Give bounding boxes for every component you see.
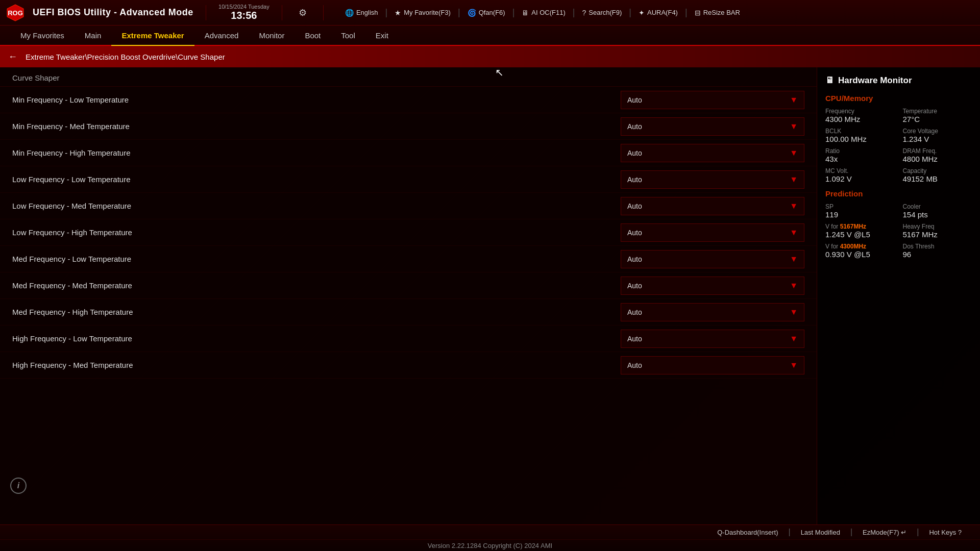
settings-gear-icon[interactable]: ⚙	[295, 5, 311, 20]
footer-btn-last- modified[interactable]: Last Modified	[795, 529, 846, 536]
dropdown-9[interactable]: Auto ▼	[621, 330, 804, 348]
prediction-item-4: V for 4300MHz 0.930 V @L5	[825, 243, 895, 259]
dropdown-4[interactable]: Auto ▼	[621, 197, 804, 215]
dropdown-value-3: Auto	[627, 176, 642, 184]
prediction-value-3: 5167 MHz	[903, 230, 972, 239]
info-icon[interactable]: i	[10, 478, 27, 494]
dropdown-value-9: Auto	[627, 335, 642, 343]
prediction-value-5: 96	[903, 250, 972, 259]
monitor-label: BCLK	[825, 128, 895, 135]
header-tool-6[interactable]: ⊟ReSize BAR	[690, 7, 745, 19]
time-display: 13:56	[231, 10, 257, 21]
navbar: My FavoritesMainExtreme TweakerAdvancedM…	[0, 26, 980, 46]
setting-label-2: Min Frequency - High Temperature	[12, 148, 621, 157]
setting-control-7[interactable]: Auto ▼	[621, 277, 804, 295]
nav-item-exit[interactable]: Exit	[365, 26, 399, 46]
dropdown-5[interactable]: Auto ▼	[621, 223, 804, 242]
setting-control-3[interactable]: Auto ▼	[621, 170, 804, 189]
monitor-label: Frequency	[825, 108, 895, 115]
header-tool-4[interactable]: ?Search(F9)	[577, 7, 627, 19]
setting-control-10[interactable]: Auto ▼	[621, 356, 804, 374]
setting-control-1[interactable]: Auto ▼	[621, 117, 804, 136]
dropdown-0[interactable]: Auto ▼	[621, 91, 804, 109]
setting-row[interactable]: Low Frequency - Med Temperature Auto ▼	[0, 193, 817, 219]
tool-separator: |	[458, 7, 460, 18]
nav-item-boot[interactable]: Boot	[295, 26, 331, 46]
dropdown-value-8: Auto	[627, 308, 642, 316]
setting-label-0: Min Frequency - Low Temperature	[12, 95, 621, 104]
nav-item-tool[interactable]: Tool	[331, 26, 365, 46]
nav-item-monitor[interactable]: Monitor	[249, 26, 295, 46]
dropdown-7[interactable]: Auto ▼	[621, 277, 804, 295]
setting-row[interactable]: Min Frequency - Med Temperature Auto ▼	[0, 113, 817, 140]
monitor-label: DRAM Freq.	[903, 147, 972, 155]
header-tool-1[interactable]: ★My Favorite(F3)	[389, 7, 456, 19]
dropdown-2[interactable]: Auto ▼	[621, 144, 804, 162]
footer-separator: |	[917, 528, 919, 537]
setting-label-9: High Frequency - Low Temperature	[12, 334, 621, 343]
dropdown-10[interactable]: Auto ▼	[621, 356, 804, 374]
setting-row[interactable]: Low Frequency - Low Temperature Auto ▼	[0, 166, 817, 193]
setting-row[interactable]: Min Frequency - Low Temperature Auto ▼	[0, 87, 817, 113]
back-button[interactable]: ←	[8, 52, 17, 62]
setting-row[interactable]: Med Frequency - Med Temperature Auto ▼	[0, 272, 817, 299]
setting-control-8[interactable]: Auto ▼	[621, 303, 804, 321]
dropdown-value-7: Auto	[627, 282, 642, 290]
setting-row[interactable]: High Frequency - Low Temperature Auto ▼	[0, 325, 817, 352]
dropdown-value-4: Auto	[627, 202, 642, 210]
cpu-monitor-item-3: Core Voltage 1.234 V	[903, 128, 972, 143]
prediction-section-title: Prediction	[825, 189, 972, 198]
footer-btn-ezmode(f7)[interactable]: EzMode(F7) ↵	[856, 529, 913, 536]
setting-control-5[interactable]: Auto ▼	[621, 223, 804, 242]
setting-row[interactable]: Med Frequency - High Temperature Auto ▼	[0, 299, 817, 325]
setting-control-9[interactable]: Auto ▼	[621, 330, 804, 348]
settings-list: Min Frequency - Low Temperature Auto ▼ M…	[0, 87, 817, 524]
tool-icon-1: ★	[395, 9, 401, 17]
cpu-monitor-item-0: Frequency 4300 MHz	[825, 108, 895, 123]
footer-btn-hot- keys[interactable]: Hot Keys ?	[923, 529, 968, 536]
prediction-label-1: Cooler	[903, 203, 972, 210]
prediction-label-2: V for 5167MHz	[825, 223, 895, 230]
setting-control-6[interactable]: Auto ▼	[621, 250, 804, 268]
dropdown-arrow-3: ▼	[790, 175, 798, 184]
header-tool-5[interactable]: ✦AURA(F4)	[633, 7, 683, 19]
dropdown-8[interactable]: Auto ▼	[621, 303, 804, 321]
dropdown-3[interactable]: Auto ▼	[621, 170, 804, 189]
nav-item-extreme-tweaker[interactable]: Extreme Tweaker	[111, 26, 194, 46]
setting-label-4: Low Frequency - Med Temperature	[12, 202, 621, 210]
cpu-monitor-item-5: DRAM Freq. 4800 MHz	[903, 147, 972, 163]
setting-control-2[interactable]: Auto ▼	[621, 144, 804, 162]
section-title: Curve Shaper	[0, 67, 817, 87]
setting-row[interactable]: Low Frequency - High Temperature Auto ▼	[0, 219, 817, 246]
dropdown-6[interactable]: Auto ▼	[621, 250, 804, 268]
setting-control-4[interactable]: Auto ▼	[621, 197, 804, 215]
setting-label-3: Low Frequency - Low Temperature	[12, 175, 621, 184]
setting-row[interactable]: High Frequency - Med Temperature Auto ▼	[0, 352, 817, 379]
tool-separator: |	[629, 7, 631, 18]
prediction-label-4: V for 4300MHz	[825, 243, 895, 250]
header-tool-0[interactable]: 🌐English	[340, 7, 383, 19]
setting-row[interactable]: Med Frequency - Low Temperature Auto ▼	[0, 246, 817, 272]
header-tool-3[interactable]: 🖥AI OC(F11)	[517, 7, 570, 19]
header-tool-2[interactable]: 🌀Qfan(F6)	[462, 7, 510, 19]
footer: Q-Dashboard(Insert)|Last Modified|EzMode…	[0, 524, 980, 551]
tool-separator: |	[385, 7, 388, 18]
setting-row[interactable]: Min Frequency - High Temperature Auto ▼	[0, 140, 817, 166]
prediction-label-3: Heavy Freq	[903, 223, 972, 230]
footer-btn-q-dashboard(insert)[interactable]: Q-Dashboard(Insert)	[711, 529, 784, 536]
hardware-monitor-panel: 🖥 Hardware Monitor CPU/Memory Frequency …	[817, 67, 980, 524]
tool-separator: |	[573, 7, 575, 18]
main-layout: Curve Shaper Min Frequency - Low Tempera…	[0, 67, 980, 524]
setting-control-0[interactable]: Auto ▼	[621, 91, 804, 109]
prediction-item-0: SP 119	[825, 203, 895, 219]
setting-label-6: Med Frequency - Low Temperature	[12, 255, 621, 263]
dropdown-arrow-9: ▼	[790, 334, 798, 343]
dropdown-1[interactable]: Auto ▼	[621, 117, 804, 136]
setting-label-1: Min Frequency - Med Temperature	[12, 122, 621, 131]
nav-item-my-favorites[interactable]: My Favorites	[10, 26, 75, 46]
monitor-value: 1.092 V	[825, 174, 895, 183]
nav-item-main[interactable]: Main	[75, 26, 112, 46]
dropdown-value-2: Auto	[627, 149, 642, 157]
nav-item-advanced[interactable]: Advanced	[194, 26, 249, 46]
dropdown-arrow-4: ▼	[790, 202, 798, 211]
